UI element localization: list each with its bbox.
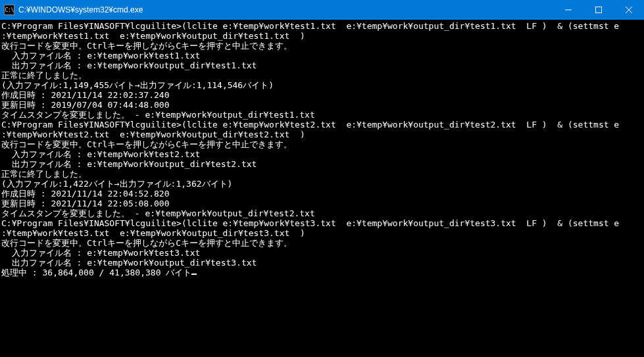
- console-line: 改行コードを変更中。Ctrlキーを押しながらCキーを押すと中止できます。: [1, 238, 643, 248]
- console-line: 改行コードを変更中。Ctrlキーを押しながらCキーを押すと中止できます。: [1, 139, 643, 149]
- console-line: :¥temp¥work¥test3.txt e:¥temp¥work¥outpu…: [1, 228, 643, 238]
- console-line: :¥temp¥work¥test2.txt e:¥temp¥work¥outpu…: [1, 130, 643, 139]
- console-line: C:¥Program Files¥INASOFT¥lcguilite>(lcli…: [1, 21, 643, 31]
- console-line: 出力ファイル名 : e:¥temp¥work¥output_dir¥test3.…: [1, 258, 643, 268]
- console-line: 正常に終了しました。: [1, 70, 643, 80]
- text-cursor: [191, 274, 197, 275]
- titlebar: C:\ C:¥WINDOWS¥system32¥cmd.exe: [0, 0, 644, 20]
- cmd-icon: C:\: [4, 5, 14, 15]
- console-line: 更新日時 : 2021/11/14 22:05:08.000: [1, 199, 643, 208]
- console-line: 入力ファイル名 : e:¥temp¥work¥test1.txt: [1, 51, 643, 60]
- console-line: C:¥Program Files¥INASOFT¥lcguilite>(lcli…: [1, 120, 643, 130]
- console-line: 改行コードを変更中。Ctrlキーを押しながらCキーを押すと中止できます。: [1, 41, 643, 51]
- maximize-button[interactable]: [583, 0, 614, 20]
- console-line: 更新日時 : 2019/07/04 07:44:48.000: [1, 100, 643, 110]
- console-line: タイムスタンプを変更しました。 - e:¥temp¥work¥output_di…: [1, 208, 643, 218]
- console-line: 正常に終了しました。: [1, 169, 643, 179]
- svg-rect-1: [596, 7, 602, 13]
- console-line: :¥temp¥work¥test1.txt e:¥temp¥work¥outpu…: [1, 31, 643, 41]
- window-title: C:¥WINDOWS¥system32¥cmd.exe: [18, 5, 143, 14]
- minimize-button[interactable]: [553, 0, 583, 20]
- close-icon: [626, 7, 632, 13]
- console-line: 作成日時 : 2021/11/14 22:02:37.240: [1, 90, 643, 100]
- close-button[interactable]: [614, 0, 644, 20]
- console-line: (入力ファイル:1,149,455バイト→出力ファイル:1,114,546バイト…: [1, 80, 643, 90]
- minimize-icon: [565, 7, 572, 13]
- console-line: 処理中 : 36,864,000 / 41,380,380 バイト: [1, 268, 643, 277]
- console-line: (入力ファイル:1,422バイト→出力ファイル:1,362バイト): [1, 179, 643, 189]
- window-controls: [553, 0, 644, 20]
- console-line: 入力ファイル名 : e:¥temp¥work¥test3.txt: [1, 248, 643, 258]
- console-output[interactable]: C:¥Program Files¥INASOFT¥lcguilite>(lcli…: [0, 20, 644, 357]
- console-line: C:¥Program Files¥INASOFT¥lcguilite>(lcli…: [1, 218, 643, 228]
- console-line: 出力ファイル名 : e:¥temp¥work¥output_dir¥test2.…: [1, 159, 643, 169]
- console-line: 出力ファイル名 : e:¥temp¥work¥output_dir¥test1.…: [1, 60, 643, 70]
- console-line: 入力ファイル名 : e:¥temp¥work¥test2.txt: [1, 149, 643, 159]
- console-line: 作成日時 : 2021/11/14 22:04:52.820: [1, 189, 643, 199]
- maximize-icon: [595, 7, 602, 13]
- console-line: タイムスタンプを変更しました。 - e:¥temp¥work¥output_di…: [1, 110, 643, 120]
